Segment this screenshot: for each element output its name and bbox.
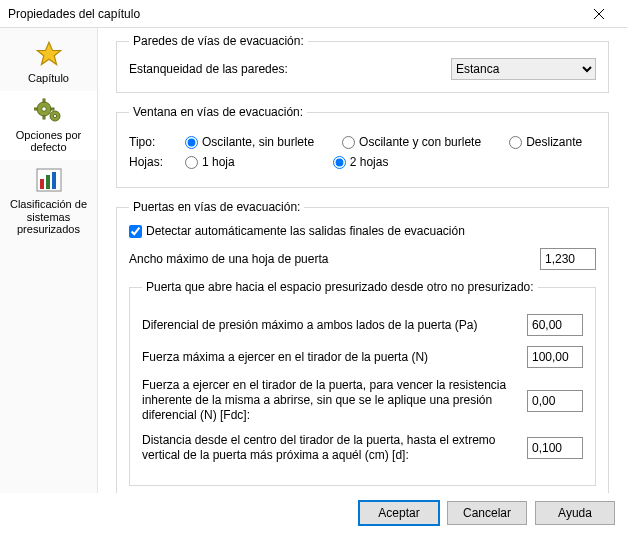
puerta-presurizado-fieldset: Puerta que abre hacia el espacio presuri… <box>129 280 596 486</box>
radio-2-hojas[interactable]: 2 hojas <box>333 155 389 169</box>
tipo-label: Tipo: <box>129 135 169 149</box>
radio-deslizante[interactable]: Deslizante <box>509 135 582 149</box>
svg-rect-12 <box>40 179 44 189</box>
svg-rect-13 <box>46 175 50 189</box>
distancia-label: Distancia desde el centro del tirador de… <box>142 433 515 463</box>
paredes-legend: Paredes de vías de evacuación: <box>129 34 308 48</box>
puertas-legend: Puertas en vías de evacuación: <box>129 200 304 214</box>
cancel-button[interactable]: Cancelar <box>447 501 527 525</box>
fuerza-fdc-label: Fuerza a ejercer en el tirador de la pue… <box>142 378 515 423</box>
titlebar: Propiedades del capítulo <box>0 0 627 28</box>
svg-point-4 <box>41 106 46 111</box>
diferencial-input[interactable] <box>527 314 583 336</box>
ventana-fieldset: Ventana en vías de evacuación: Tipo: Osc… <box>116 105 609 188</box>
content-panel: Paredes de vías de evacuación: Estanquei… <box>98 28 627 493</box>
svg-rect-6 <box>43 116 45 119</box>
ancho-input[interactable] <box>540 248 596 270</box>
sidebar-item-label: Opciones por defecto <box>2 129 95 154</box>
window-title: Propiedades del capítulo <box>8 7 140 21</box>
button-bar: Aceptar Cancelar Ayuda <box>0 493 627 535</box>
fuerza-max-input[interactable] <box>527 346 583 368</box>
svg-point-10 <box>53 114 56 117</box>
estanqueidad-select[interactable]: Estanca <box>451 58 596 80</box>
svg-rect-8 <box>51 108 54 110</box>
fuerza-max-label: Fuerza máxima a ejercer en el tirador de… <box>142 350 515 365</box>
radio-oscilante-sin-burlete[interactable]: Oscilante, sin burlete <box>185 135 314 149</box>
puertas-fieldset: Puertas en vías de evacuación: Detectar … <box>116 200 609 493</box>
svg-rect-7 <box>34 108 37 110</box>
close-button[interactable] <box>579 4 619 24</box>
accept-button[interactable]: Aceptar <box>359 501 439 525</box>
estanqueidad-label: Estanqueidad de las paredes: <box>129 62 288 76</box>
radio-oscilante-con-burlete[interactable]: Oscilante y con burlete <box>342 135 481 149</box>
sidebar-item-opciones-defecto[interactable]: Opciones por defecto <box>0 91 97 160</box>
fuerza-fdc-input[interactable] <box>527 390 583 412</box>
help-button[interactable]: Ayuda <box>535 501 615 525</box>
star-icon <box>33 38 65 70</box>
gears-icon <box>33 95 65 127</box>
checkbox-detectar-salidas[interactable]: Detectar automáticamente las salidas fin… <box>129 224 596 238</box>
chart-icon <box>33 164 65 196</box>
distancia-input[interactable] <box>527 437 583 459</box>
diferencial-label: Diferencial de presión máximo a ambos la… <box>142 318 515 333</box>
sidebar-item-label: Clasificación de sistemas presurizados <box>2 198 95 236</box>
ancho-label: Ancho máximo de una hoja de puerta <box>129 252 528 267</box>
sidebar: Capítulo Opciones por defecto <box>0 28 98 493</box>
radio-1-hoja[interactable]: 1 hoja <box>185 155 235 169</box>
puerta-presurizado-legend: Puerta que abre hacia el espacio presuri… <box>142 280 538 294</box>
sidebar-item-capitulo[interactable]: Capítulo <box>0 34 97 91</box>
ventana-legend: Ventana en vías de evacuación: <box>129 105 307 119</box>
sidebar-item-clasificacion[interactable]: Clasificación de sistemas presurizados <box>0 160 97 242</box>
paredes-fieldset: Paredes de vías de evacuación: Estanquei… <box>116 34 609 93</box>
svg-rect-14 <box>52 172 56 189</box>
hojas-label: Hojas: <box>129 155 169 169</box>
svg-marker-2 <box>37 42 60 64</box>
svg-rect-5 <box>43 99 45 102</box>
sidebar-item-label: Capítulo <box>28 72 69 85</box>
